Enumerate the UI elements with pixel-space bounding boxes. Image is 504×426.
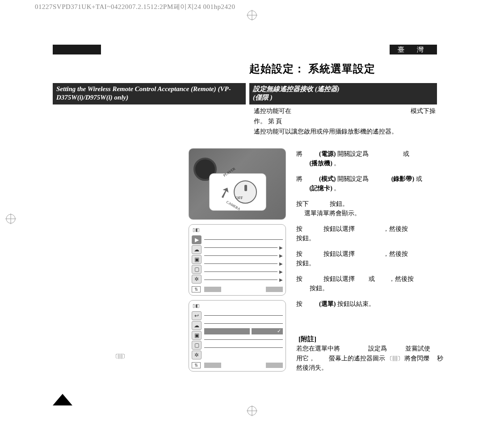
subheading-zh-l1: 設定無線遙控器接收 (遙控器) [253, 85, 340, 92]
s2e: 或 [416, 175, 422, 182]
intro-l3: 遙控功能可以讓您啟用或停用攝錄放影機的遙控器。 [254, 127, 437, 136]
illustration-column: ➚ PLAYER OFF CAMERA ▯◧ ▶ ☁ ▣ ▢ ✲ [189, 148, 286, 376]
s5c: ，然後按 [383, 251, 408, 257]
menu-arrow-icon: ▶ [279, 277, 283, 282]
s2d: (錄影帶) [391, 175, 414, 182]
n2c: 將會閃爍 [404, 355, 429, 362]
menu-icon-tape: ▣ [192, 331, 202, 340]
updown-icon: ⇅ [192, 362, 201, 368]
n2d: 秒 [437, 355, 443, 362]
menu-arrow-icon: ▶ [279, 245, 283, 250]
s1b: (電源) [319, 150, 336, 157]
s2b: (模式) [319, 175, 336, 182]
s2c: 開關設定爲 [337, 175, 369, 182]
menu-footer-box [266, 363, 283, 368]
s1e: (播放機) [310, 160, 332, 167]
updown-icon: ⇅ [192, 286, 201, 292]
n1a: 若您在選單中將 [296, 345, 340, 352]
n2b: 螢幕上的遙控器圖示 [329, 355, 385, 362]
menu-footer-box [204, 287, 221, 292]
lang-english-tab [53, 45, 101, 54]
s7c: 按鈕以結束。 [337, 301, 375, 307]
s6a: 按 [296, 276, 302, 282]
menu-icon-camera: ▶ [192, 235, 202, 244]
s1f: 。 [334, 160, 340, 167]
menu-icon-cloud: ☁ [192, 245, 202, 254]
menu-arrow-icon: ▶ [279, 269, 283, 274]
menu-footer-box [266, 287, 283, 292]
menu-icon-back: ↩ [192, 311, 202, 320]
menu-arrow-icon: ▶ [279, 253, 283, 258]
menu-arrow-icon: ▶ [279, 261, 283, 266]
menu-footer-box [204, 363, 221, 368]
s3b: 按鈕。 [330, 200, 349, 207]
s2a: 將 [296, 175, 302, 182]
s3a: 按下 [296, 200, 309, 207]
s5a: 按 [296, 251, 302, 257]
power-dial-panel: ➚ [209, 173, 266, 211]
step-7: 按 (選單) 按鈕以結束。 [296, 299, 444, 309]
n3: 然後消失。 [296, 364, 328, 371]
svg-point-3 [6, 214, 15, 223]
subheading-zh: 設定無線遙控器接收 (遙控器) (僅限 ) [249, 83, 437, 104]
camcorder-icon: ▯◧ [193, 303, 199, 309]
note-body: 若您在選單中將 設定爲 並嘗試使 用它， 螢幕上的遙控器圖示 〔▥〕 將會閃爍 … [296, 344, 444, 373]
menu-highlight-row [204, 328, 250, 334]
camcorder-icon: ▯◧ [193, 227, 199, 234]
n1b: 設定爲 [368, 345, 387, 352]
s4a: 按 [296, 226, 302, 232]
intro-text: 遙控功能可在 模式下操 作。 第 頁 遙控功能可以讓您啟用或停用攝錄放影機的遙控… [254, 106, 437, 137]
s6b: 按鈕以選擇 [323, 276, 355, 282]
illus-menu-screen-2: ▯◧ ↩ ☁ ▣ ▢ ✲ ✓ [189, 300, 286, 372]
svg-point-0 [248, 11, 256, 20]
s2f: (記憶卡) [310, 185, 332, 192]
step-6: 按 按鈕以選擇 或 ，然後按 按鈕。 [296, 274, 444, 293]
s2g: 。 [334, 185, 340, 192]
s4b: 按鈕以選擇 [323, 226, 355, 232]
s5b: 按鈕以選擇 [323, 251, 355, 257]
label-off: OFF [235, 196, 243, 200]
check-icon: ✓ [252, 328, 283, 334]
n2a: 用它， [296, 355, 315, 362]
remote-icon: 〔▥〕 [113, 353, 127, 360]
s7a: 按 [296, 301, 302, 307]
s4c: ，然後按 [383, 226, 408, 232]
page-end-triangle-icon [53, 394, 72, 405]
s4d: 按鈕。 [296, 235, 315, 242]
lang-chinese-tab: 臺 灣 [390, 45, 437, 54]
s6c: 或 [369, 276, 375, 282]
subheading-zh-l2: (僅限 ) [253, 94, 273, 101]
s1d: 或 [403, 150, 409, 157]
steps-list: 將 (電源) 開關設定爲 或 (播放機) 。 將 (模式) 開關設定爲 (錄影帶… [296, 149, 444, 315]
rotate-arrow-icon: ➚ [216, 182, 234, 203]
power-dial [234, 180, 257, 204]
step-3: 按下 按鈕。 選單清單將會顯示。 [296, 199, 444, 218]
s6d: ，然後按 [389, 276, 414, 282]
remote-icon-inline: 〔▥〕 [387, 355, 403, 363]
subheading-en: Setting the Wireless Remote Control Acce… [53, 83, 246, 104]
note-heading: [附註] [298, 335, 316, 343]
menu-icon-cloud: ☁ [192, 321, 202, 330]
illus-menu-screen-1: ▯◧ ▶ ☁ ▣ ▢ ✲ ▶ ▶ ▶ ▶ ▶ [189, 224, 286, 296]
menu-icon-tv: ▢ [192, 265, 202, 274]
step-5: 按 按鈕以選擇 ，然後按 按鈕。 [296, 249, 444, 268]
s7b: (選單) [319, 301, 336, 307]
menu-icon-gear: ✲ [192, 351, 202, 359]
svg-point-6 [248, 406, 256, 415]
s6e: 按鈕。 [310, 285, 328, 292]
s1a: 將 [296, 150, 302, 157]
n1c: 並嘗試使 [405, 345, 430, 352]
illus-camera-power: ➚ PLAYER OFF CAMERA [189, 148, 286, 220]
menu-icon-tape: ▣ [192, 255, 202, 264]
intro-l2: 作。 第 頁 [254, 117, 437, 126]
step-1: 將 (電源) 開關設定爲 或 (播放機) 。 [296, 149, 444, 168]
s3c: 選單清單將會顯示。 [304, 210, 361, 217]
step-2: 將 (模式) 開關設定爲 (錄影帶) 或 (記憶卡) 。 [296, 174, 444, 193]
s5d: 按鈕。 [296, 260, 315, 267]
step-4: 按 按鈕以選擇 ，然後按 按鈕。 [296, 224, 444, 243]
intro-l1a: 遙控功能可在 [254, 108, 291, 114]
page-title-zh: 起始設定： 系統選單設定 [249, 62, 375, 76]
menu-icon-tv: ▢ [192, 341, 202, 350]
file-stamp: 01227SVPD371UK+TAI~0422007.2.1512:2PM페이지… [35, 3, 235, 11]
intro-l1b: 模式下操 [411, 108, 436, 114]
